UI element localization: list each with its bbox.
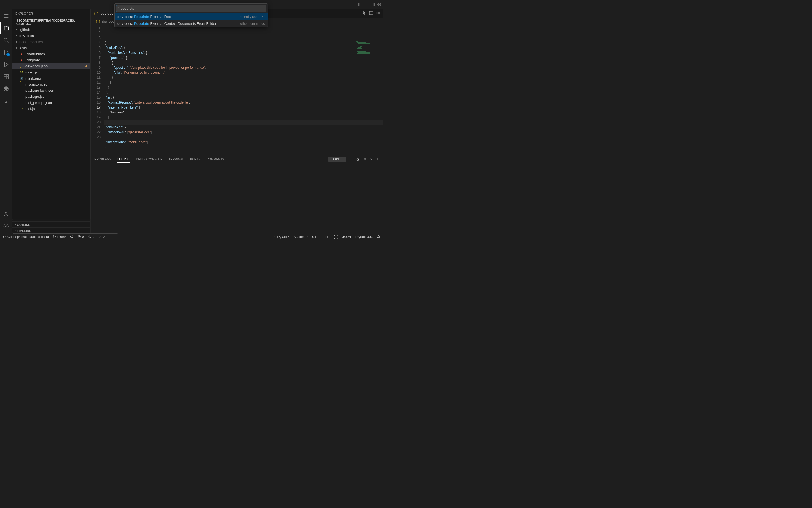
- panel-more-icon[interactable]: [362, 157, 366, 162]
- file-item[interactable]: .gitignore: [12, 57, 90, 63]
- source-control-icon[interactable]: 1: [0, 46, 12, 58]
- file-item[interactable]: mask.png: [12, 75, 90, 81]
- panel-tab-terminal[interactable]: TERMINAL: [168, 156, 184, 163]
- svg-point-37: [363, 159, 363, 159]
- statusbar: Codespaces: cautious fiesta main* 0 0 0 …: [0, 234, 383, 240]
- sync-indicator[interactable]: [70, 235, 74, 239]
- language-indicator[interactable]: { } JSON: [333, 235, 351, 239]
- palette-item[interactable]: dev-docs: Populate External Docsrecently…: [115, 13, 268, 20]
- svg-rect-8: [377, 4, 378, 5]
- panel-tab-debug-console[interactable]: DEBUG CONSOLE: [136, 156, 162, 163]
- panel-body[interactable]: [91, 164, 383, 234]
- git-file-icon: [19, 52, 24, 56]
- folder-item[interactable]: ›dev-docs: [12, 33, 90, 39]
- sidebar-actions-icon[interactable]: …: [83, 12, 87, 15]
- json-file-icon: [19, 64, 24, 68]
- svg-rect-36: [357, 159, 359, 160]
- svg-point-39: [365, 159, 366, 159]
- more-icon[interactable]: [376, 11, 380, 16]
- svg-point-27: [5, 225, 7, 227]
- accounts-icon[interactable]: [0, 208, 12, 220]
- panel-tab-problems[interactable]: PROBLEMS: [94, 156, 111, 163]
- editor-area: dev-docs.json dev-docs 12345678910111213…: [91, 9, 383, 234]
- file-item[interactable]: index.js: [12, 69, 90, 75]
- devdocs-icon[interactable]: [0, 95, 12, 107]
- run-debug-icon[interactable]: [0, 58, 12, 71]
- file-item[interactable]: mycustom.json: [12, 81, 90, 87]
- layout-indicator[interactable]: Layout: U.S.: [355, 235, 373, 239]
- eol-indicator[interactable]: LF: [325, 235, 329, 239]
- layout-customize-icon[interactable]: [376, 2, 381, 7]
- bottom-panel: PROBLEMSOUTPUTDEBUG CONSOLETERMINALPORTS…: [91, 155, 383, 234]
- file-item[interactable]: package-lock.json: [12, 87, 90, 93]
- search-icon[interactable]: [0, 34, 12, 46]
- chevron-right-icon: ›: [15, 229, 16, 232]
- warnings-indicator[interactable]: 0: [88, 235, 94, 239]
- layout-panel-icon[interactable]: [364, 2, 369, 7]
- chevron-right-icon: ›: [15, 223, 16, 226]
- panel-tabs: PROBLEMSOUTPUTDEBUG CONSOLETERMINALPORTS…: [91, 155, 383, 164]
- sidebar-header: EXPLORER …: [12, 9, 90, 18]
- svg-rect-21: [6, 75, 8, 77]
- split-icon[interactable]: [369, 11, 373, 16]
- panel-tab-comments[interactable]: COMMENTS: [207, 156, 224, 163]
- outline-section[interactable]: ›OUTLINE: [12, 221, 90, 227]
- svg-point-30: [377, 13, 377, 13]
- panel-tab-output[interactable]: OUTPUT: [117, 156, 130, 163]
- editor-body[interactable]: 1234567891011121314151617181920212223 { …: [91, 25, 383, 155]
- palette-hint: recently used: [240, 15, 265, 19]
- titlebar-layout-controls: [358, 2, 381, 7]
- json-file-icon: [95, 20, 100, 23]
- svg-rect-23: [6, 77, 8, 79]
- file-item[interactable]: test.js: [12, 105, 90, 112]
- encoding-indicator[interactable]: UTF-8: [312, 235, 322, 239]
- layout-sidebar-right-icon[interactable]: [370, 2, 375, 7]
- lock-icon[interactable]: [356, 157, 360, 162]
- file-item[interactable]: test_prompt.json: [12, 99, 90, 105]
- json-file-icon: [19, 94, 24, 98]
- layout-sidebar-left-icon[interactable]: [358, 2, 363, 7]
- json-file-icon: [19, 88, 24, 92]
- panel-tab-ports[interactable]: PORTS: [190, 156, 201, 163]
- chevron-right-icon: ›: [16, 40, 19, 43]
- file-item[interactable]: package.json: [12, 93, 90, 99]
- close-icon[interactable]: [376, 157, 379, 162]
- svg-rect-0: [359, 3, 362, 6]
- folder-item[interactable]: ›node_modules: [12, 39, 90, 45]
- explorer-icon[interactable]: [0, 22, 12, 34]
- indent-indicator[interactable]: Spaces: 2: [294, 235, 308, 239]
- errors-indicator[interactable]: 0: [77, 235, 84, 239]
- chevron-up-icon[interactable]: [369, 157, 373, 162]
- ports-indicator[interactable]: 0: [98, 235, 105, 239]
- chevron-right-icon: ›: [16, 28, 19, 31]
- chevron-right-icon: ›: [16, 46, 19, 49]
- menu-icon[interactable]: [0, 10, 12, 22]
- github-icon[interactable]: [0, 83, 12, 95]
- svg-point-16: [4, 50, 5, 52]
- compare-icon[interactable]: [362, 11, 366, 16]
- code-content[interactable]: { "quickDoc": { "variablesAndFunctions":…: [105, 25, 383, 155]
- cursor-position[interactable]: Ln 17, Col 5: [272, 235, 290, 239]
- command-palette-input[interactable]: [116, 5, 266, 12]
- json-file-icon: [19, 100, 24, 104]
- svg-point-17: [4, 53, 5, 55]
- folder-header[interactable]: ⌄ SECONDTESTSPRITEAI [CODESPACES: CAUTIO…: [12, 18, 90, 26]
- img-file-icon: [19, 76, 24, 80]
- extensions-icon[interactable]: [0, 71, 12, 83]
- file-item[interactable]: .gitattributes: [12, 51, 90, 57]
- folder-item[interactable]: ›tests: [12, 45, 90, 51]
- svg-rect-20: [4, 75, 6, 77]
- palette-item[interactable]: dev-docs: Populate External Context Docu…: [115, 20, 268, 27]
- filter-icon[interactable]: [349, 157, 353, 162]
- branch-indicator[interactable]: main*: [53, 235, 66, 239]
- timeline-section[interactable]: ›TIMELINE: [12, 227, 90, 234]
- notifications-icon[interactable]: [377, 235, 380, 239]
- svg-line-15: [7, 41, 8, 43]
- output-channel-select[interactable]: Tasks ⌄: [328, 157, 346, 162]
- settings-gear-icon[interactable]: [0, 220, 12, 232]
- svg-rect-7: [379, 3, 380, 4]
- remote-indicator[interactable]: Codespaces: cautious fiesta: [3, 235, 49, 239]
- minimap[interactable]: [356, 41, 383, 80]
- folder-item[interactable]: ›.github: [12, 27, 90, 33]
- file-item[interactable]: dev-docs.jsonM: [12, 63, 90, 69]
